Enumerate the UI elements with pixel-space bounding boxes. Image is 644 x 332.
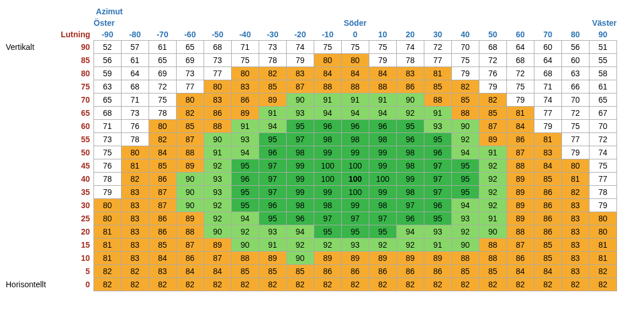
cell-y20-x10: 95 <box>369 225 396 239</box>
col-header-80: 80 <box>561 29 589 41</box>
spacer <box>314 17 341 29</box>
cell-y50-x-20: 98 <box>286 146 314 159</box>
side-label-25 <box>6 212 61 225</box>
cell-y45-x10: 99 <box>369 159 396 173</box>
cell-y25-x90: 80 <box>589 212 616 225</box>
cell-y5-x80: 83 <box>561 265 589 278</box>
solar-heatmap-table: AzimutÖsterSöderVästerLutning-90-80-70-6… <box>6 6 617 291</box>
cell-y85-x-50: 73 <box>204 54 231 67</box>
cell-y85-x-30: 78 <box>259 54 286 67</box>
cell-y30-x20: 97 <box>396 199 424 212</box>
cell-y70-x-10: 91 <box>314 93 341 107</box>
cell-y90-x-20: 74 <box>286 41 314 54</box>
cell-y30-x70: 86 <box>534 199 561 212</box>
cell-y85-x0: 80 <box>341 54 369 67</box>
cell-y40-x-20: 99 <box>286 173 314 186</box>
spacer <box>314 6 341 17</box>
cell-y0-x70: 82 <box>534 278 561 291</box>
cell-y55-x30: 95 <box>424 133 451 146</box>
side-label-90: Vertikalt <box>6 41 61 54</box>
cell-y85-x-70: 65 <box>149 54 176 67</box>
cell-y60-x-80: 76 <box>121 120 149 133</box>
row-header-20: 20 <box>61 225 93 239</box>
cell-y5-x20: 86 <box>396 265 424 278</box>
cell-y5-x-60: 84 <box>176 265 204 278</box>
cell-y30-x-40: 95 <box>231 199 259 212</box>
cell-y85-x70: 64 <box>534 54 561 67</box>
cell-y85-x30: 77 <box>424 54 451 67</box>
cell-y50-x20: 98 <box>396 146 424 159</box>
cell-y65-x10: 94 <box>369 107 396 120</box>
cell-y55-x-10: 98 <box>314 133 341 146</box>
cell-y85-x60: 68 <box>506 54 534 67</box>
cell-y55-x50: 89 <box>479 133 506 146</box>
cell-y15-x40: 90 <box>451 239 479 252</box>
cell-y75-x-90: 63 <box>93 80 121 93</box>
cell-y0-x-80: 82 <box>121 278 149 291</box>
row-header-30: 30 <box>61 199 93 212</box>
cell-y90-x40: 70 <box>451 41 479 54</box>
cell-y5-x-20: 85 <box>286 265 314 278</box>
row-header-5: 5 <box>61 265 93 278</box>
cell-y45-x-90: 76 <box>93 159 121 173</box>
spacer <box>286 6 314 17</box>
cell-y90-x-70: 61 <box>149 41 176 54</box>
cell-y50-x-50: 91 <box>204 146 231 159</box>
cell-y80-x20: 83 <box>396 67 424 80</box>
spacer <box>149 6 176 17</box>
cell-y40-x-90: 78 <box>93 173 121 186</box>
cell-y40-x-50: 93 <box>204 173 231 186</box>
cell-y40-x20: 99 <box>396 173 424 186</box>
cell-y70-x-50: 83 <box>204 93 231 107</box>
cell-y40-x30: 97 <box>424 173 451 186</box>
cell-y80-x-70: 69 <box>149 67 176 80</box>
cell-y30-x-20: 98 <box>286 199 314 212</box>
cell-y55-x10: 98 <box>369 133 396 146</box>
cell-y20-x-30: 93 <box>259 225 286 239</box>
cell-y75-x-30: 85 <box>259 80 286 93</box>
cell-y35-x-40: 95 <box>231 186 259 199</box>
spacer <box>506 6 534 17</box>
cell-y45-x60: 88 <box>506 159 534 173</box>
cell-y60-x60: 84 <box>506 120 534 133</box>
cell-y80-x60: 72 <box>506 67 534 80</box>
cell-y70-x-20: 90 <box>286 93 314 107</box>
cell-y60-x40: 90 <box>451 120 479 133</box>
cell-y80-x-80: 64 <box>121 67 149 80</box>
cell-y25-x20: 96 <box>396 212 424 225</box>
cell-y65-x-60: 82 <box>176 107 204 120</box>
cell-y45-x-50: 92 <box>204 159 231 173</box>
cell-y80-x-10: 84 <box>314 67 341 80</box>
cell-y5-x-50: 84 <box>204 265 231 278</box>
col-header-0: 0 <box>341 29 369 41</box>
cell-y60-x-60: 85 <box>176 120 204 133</box>
cell-y50-x-10: 99 <box>314 146 341 159</box>
spacer <box>479 17 506 29</box>
row-header-55: 55 <box>61 133 93 146</box>
cell-y20-x-40: 92 <box>231 225 259 239</box>
cell-y50-x60: 87 <box>506 146 534 159</box>
cell-y5-x-90: 82 <box>93 265 121 278</box>
cell-y10-x50: 88 <box>479 252 506 265</box>
side-label-40 <box>6 173 61 186</box>
cell-y15-x90: 81 <box>589 239 616 252</box>
cell-y5-x10: 86 <box>369 265 396 278</box>
cell-y35-x0: 100 <box>341 186 369 199</box>
spacer <box>61 6 93 17</box>
cell-y5-x-70: 83 <box>149 265 176 278</box>
cell-y80-x-40: 80 <box>231 67 259 80</box>
cell-y90-x-50: 68 <box>204 41 231 54</box>
cell-y75-x80: 66 <box>561 80 589 93</box>
cell-y70-x90: 65 <box>589 93 616 107</box>
cell-y20-x20: 94 <box>396 225 424 239</box>
cell-y30-x10: 98 <box>369 199 396 212</box>
spacer <box>424 6 451 17</box>
cell-y10-x20: 89 <box>396 252 424 265</box>
cell-y35-x-10: 99 <box>314 186 341 199</box>
cell-y15-x50: 88 <box>479 239 506 252</box>
spacer <box>176 6 204 17</box>
spacer <box>204 17 231 29</box>
cell-y15-x-90: 81 <box>93 239 121 252</box>
cell-y75-x-40: 83 <box>231 80 259 93</box>
cell-y5-x-80: 82 <box>121 265 149 278</box>
